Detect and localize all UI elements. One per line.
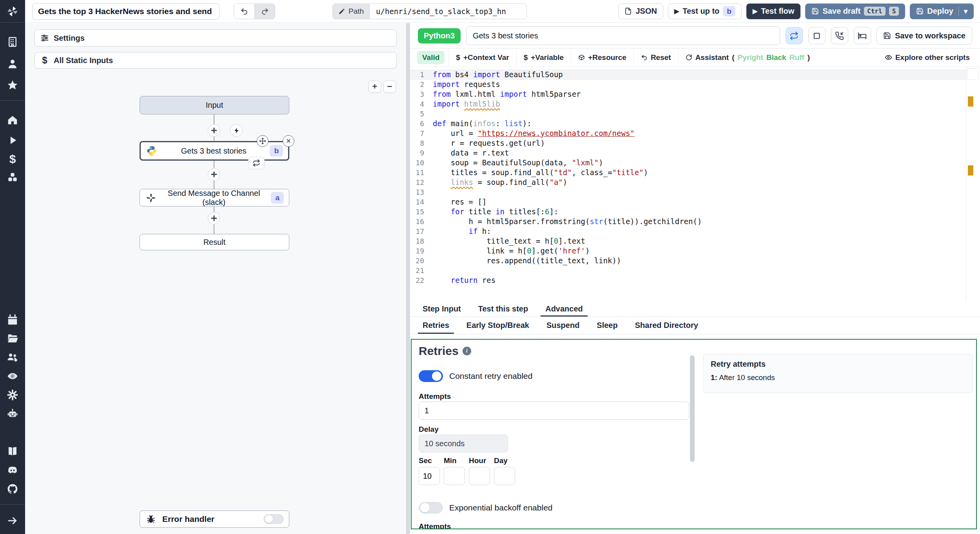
retry-attempts-card: Retry attempts 1: After 10 seconds (703, 354, 973, 393)
info-icon[interactable]: i (463, 347, 471, 355)
resources-boxes-icon[interactable] (7, 171, 18, 183)
groups-users-icon[interactable] (7, 351, 18, 363)
github-icon[interactable] (7, 483, 18, 495)
save-draft-button[interactable]: Save draft Ctrl S (805, 4, 905, 19)
delay-input (419, 434, 508, 453)
move-step-button[interactable] (257, 135, 269, 147)
add-variable-button[interactable]: $ +Variable (517, 49, 572, 66)
discord-icon[interactable] (7, 464, 18, 476)
stop-square-icon (812, 31, 821, 40)
code-editor[interactable]: 1from bs4 import BeautifulSoup2import re… (410, 66, 980, 301)
save-to-workspace-button[interactable]: Save to workspace (877, 27, 972, 45)
runs-play-icon[interactable] (7, 134, 18, 146)
suspend-approval-button[interactable] (831, 27, 848, 44)
zoom-in-button[interactable]: + (368, 80, 381, 93)
repeat-icon (789, 31, 799, 40)
undo-button[interactable] (234, 4, 254, 19)
trigger-bolt-button[interactable] (230, 124, 243, 137)
panel-splitter[interactable] (406, 23, 410, 534)
insert-step-button[interactable] (208, 124, 220, 137)
sliders-icon (40, 34, 49, 42)
constant-retry-row: Constant retry enabled (419, 370, 532, 382)
min-input[interactable] (444, 467, 465, 485)
delete-step-button[interactable]: × (283, 135, 294, 147)
schedules-calendar-icon[interactable] (7, 314, 18, 326)
reset-button[interactable]: Reset (634, 49, 679, 66)
tab-advanced[interactable]: Advanced (537, 301, 592, 317)
editor-overview-ruler[interactable] (966, 67, 980, 301)
tab-test-this-step[interactable]: Test this step (470, 301, 537, 317)
audit-logs-eye-icon[interactable] (7, 370, 18, 382)
insert-step-button[interactable] (208, 212, 220, 224)
step-name-input[interactable] (466, 26, 780, 45)
tab-suspend[interactable]: Suspend (538, 317, 588, 334)
zoom-out-button[interactable]: − (383, 80, 396, 93)
settings-gear-icon[interactable] (7, 389, 18, 401)
test-flow-button[interactable]: ▶ Test flow (746, 4, 801, 19)
error-handler-toggle[interactable] (263, 514, 284, 524)
insert-step-button[interactable] (208, 168, 220, 181)
tool-pyright: Pyright (738, 53, 763, 62)
workspace-icon[interactable] (7, 36, 18, 48)
flow-node-input[interactable]: Input (140, 96, 289, 114)
tab-shared-directory[interactable]: Shared Directory (626, 317, 707, 334)
home-icon[interactable] (7, 114, 18, 126)
explore-other-scripts-button[interactable]: Explore other scripts (877, 49, 978, 66)
sec-input[interactable] (419, 467, 440, 485)
exponential-backoff-toggle[interactable] (419, 502, 443, 514)
python-icon (146, 145, 158, 156)
redo-button[interactable] (254, 4, 275, 19)
hour-input[interactable] (469, 467, 490, 485)
chevron-down-icon[interactable]: ▾ (964, 7, 967, 16)
step-badge-a: a (271, 192, 284, 204)
error-handler-node[interactable]: Error handler (140, 510, 289, 528)
step-badge-b: b (723, 6, 735, 16)
windmill-logo-icon[interactable] (0, 0, 25, 23)
phone-incoming-icon (835, 31, 844, 40)
flow-node-result[interactable]: Result (140, 234, 289, 250)
scrollbar-thumb[interactable] (690, 355, 695, 462)
tab-sleep[interactable]: Sleep (588, 317, 626, 334)
user-icon[interactable] (7, 58, 18, 70)
retry-indicator-button[interactable] (248, 157, 265, 169)
collapse-arrow-icon[interactable] (7, 515, 18, 527)
early-stop-button[interactable] (808, 27, 826, 44)
path-value[interactable]: u/henri/send_to_slack_top3_hn (370, 4, 526, 19)
step-badge-b: b (270, 145, 283, 157)
sleep-button[interactable] (854, 27, 871, 44)
pencil-icon (338, 8, 345, 15)
move-icon (259, 138, 266, 145)
add-context-var-button[interactable]: $ +Context Var (449, 49, 516, 66)
tab-early-stop-break[interactable]: Early Stop/Break (458, 317, 538, 334)
advanced-tabs: Retries Early Stop/Break Suspend Sleep S… (410, 317, 980, 334)
json-button[interactable]: JSON (618, 4, 663, 19)
docs-book-icon[interactable] (7, 445, 18, 457)
flow-node-step-a[interactable]: Send Message to Channel (slack) a (140, 189, 289, 206)
all-static-inputs-button[interactable]: $ All Static Inputs (34, 52, 397, 69)
folders-icon[interactable] (7, 333, 18, 344)
edit-path-button[interactable]: Path (333, 4, 370, 19)
favorites-star-icon[interactable] (7, 79, 18, 91)
tab-step-input[interactable]: Step Input (414, 301, 470, 317)
flow-panel: Settings $ All Static Inputs + − Input G… (25, 23, 406, 534)
topbar-actions: JSON ▶ Test up to b ▶ Test flow Save dra… (618, 4, 974, 19)
retries-panel: Retries i Constant retry enabled Attempt… (411, 339, 977, 529)
test-up-to-button[interactable]: ▶ Test up to b (668, 4, 742, 19)
hour-label: Hour (469, 456, 490, 465)
assistant-status[interactable]: Assistant ( Pyright Black Ruff ) (679, 49, 817, 66)
deploy-button[interactable]: Deploy ▾ (910, 4, 974, 19)
flow-settings-button[interactable]: Settings (34, 29, 397, 47)
retries-toggle-button[interactable] (786, 27, 803, 44)
step-tabs: Step Input Test this step Advanced (410, 301, 980, 317)
add-resource-button[interactable]: +Resource (571, 49, 634, 66)
day-input[interactable] (494, 467, 515, 485)
variables-dollar-icon[interactable]: $ (7, 153, 18, 165)
tab-retries[interactable]: Retries (414, 317, 458, 334)
attempts-input[interactable] (419, 402, 689, 420)
workers-robot-icon[interactable] (7, 408, 18, 420)
sidebar: $ (0, 0, 25, 534)
constant-retry-toggle[interactable] (419, 370, 443, 382)
flow-title-input[interactable] (32, 3, 220, 20)
day-label: Day (494, 456, 515, 465)
attempts-label: Attempts (419, 392, 451, 401)
